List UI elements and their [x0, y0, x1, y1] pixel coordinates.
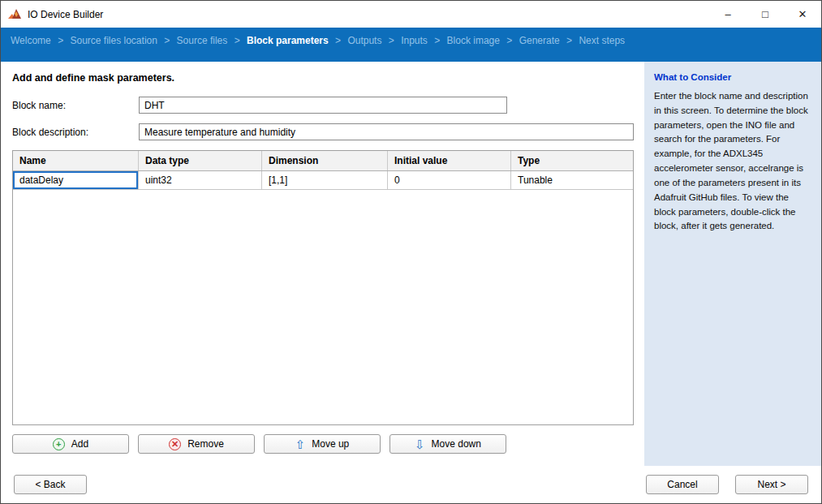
parameters-table: Name Data type Dimension Initial value T…: [12, 150, 634, 425]
maximize-button[interactable]: □: [747, 1, 784, 28]
breadcrumb-separator: >: [389, 35, 394, 46]
main-panel: Add and define mask parameters. Block na…: [1, 62, 644, 466]
move-down-icon: ⇩: [415, 438, 425, 450]
block-description-label: Block description:: [12, 127, 139, 138]
breadcrumb-step-block-image: Block image: [447, 35, 500, 46]
breadcrumb-separator: >: [164, 35, 170, 46]
add-icon: +: [53, 438, 65, 450]
move-down-button-label: Move down: [432, 438, 481, 450]
breadcrumb-separator: >: [434, 35, 440, 46]
breadcrumb-separator: >: [58, 35, 63, 46]
matlab-app-icon: [8, 8, 22, 20]
back-button[interactable]: < Back: [14, 475, 87, 494]
cell-name[interactable]: dataDelay: [13, 171, 139, 189]
block-name-input[interactable]: [139, 97, 507, 114]
breadcrumb-step-next-steps: Next steps: [579, 35, 625, 46]
help-panel: What to Consider Enter the block name an…: [644, 62, 821, 466]
move-up-button-label: Move up: [312, 438, 349, 450]
remove-button-label: Remove: [187, 438, 224, 450]
breadcrumb-separator: >: [235, 35, 240, 46]
breadcrumb-step-source-files: Source files: [177, 35, 228, 46]
breadcrumb-separator: >: [506, 35, 512, 46]
cell-dimension[interactable]: [1,1]: [262, 171, 388, 189]
help-panel-title: What to Consider: [654, 72, 811, 82]
title-bar: IO Device Builder – □ ✕: [1, 1, 821, 28]
breadcrumb-separator: >: [566, 35, 572, 46]
header-type: Type: [511, 151, 633, 170]
header-dimension: Dimension: [262, 151, 388, 170]
cell-data-type[interactable]: uint32: [139, 171, 262, 189]
cancel-button[interactable]: Cancel: [646, 475, 719, 494]
breadcrumb-step-source-files-location: Source files location: [71, 35, 157, 46]
move-up-icon: ⇧: [295, 438, 306, 450]
instruction-text: Add and define mask parameters.: [12, 72, 636, 84]
breadcrumb-step-generate: Generate: [519, 35, 560, 46]
window-controls: – □ ✕: [709, 1, 821, 28]
next-button[interactable]: Next >: [735, 475, 808, 494]
breadcrumb-step-welcome: Welcome: [11, 35, 51, 46]
parameters-table-header: Name Data type Dimension Initial value T…: [13, 151, 633, 171]
table-empty-area: [13, 190, 633, 424]
block-name-label: Block name:: [12, 100, 139, 111]
breadcrumb-step-inputs: Inputs: [401, 35, 428, 46]
add-button-label: Add: [71, 438, 88, 450]
breadcrumb-step-block-parameters: Block parameters: [247, 35, 329, 46]
cell-initial-value[interactable]: 0: [388, 171, 511, 189]
remove-button[interactable]: ✕ Remove: [138, 434, 255, 454]
io-device-builder-window: IO Device Builder – □ ✕ Welcome > Source…: [0, 0, 822, 504]
header-name: Name: [13, 151, 139, 170]
remove-icon: ✕: [169, 438, 181, 450]
add-button[interactable]: + Add: [12, 434, 129, 454]
footer-bar: < Back Cancel Next >: [1, 466, 821, 503]
close-button[interactable]: ✕: [784, 1, 821, 28]
breadcrumb: Welcome > Source files location > Source…: [1, 28, 821, 62]
header-initial-value: Initial value: [388, 151, 511, 170]
help-panel-text: Enter the block name and description in …: [654, 89, 811, 234]
header-data-type: Data type: [139, 151, 262, 170]
window-title: IO Device Builder: [28, 9, 103, 20]
cell-type[interactable]: Tunable: [511, 171, 633, 189]
move-down-button[interactable]: ⇩ Move down: [389, 434, 506, 454]
move-up-button[interactable]: ⇧ Move up: [264, 434, 381, 454]
breadcrumb-separator: >: [335, 35, 341, 46]
minimize-button[interactable]: –: [709, 1, 747, 28]
table-row: dataDelay uint32 [1,1] 0 Tunable: [13, 171, 633, 190]
breadcrumb-step-outputs: Outputs: [347, 35, 381, 46]
block-description-input[interactable]: [139, 123, 634, 140]
